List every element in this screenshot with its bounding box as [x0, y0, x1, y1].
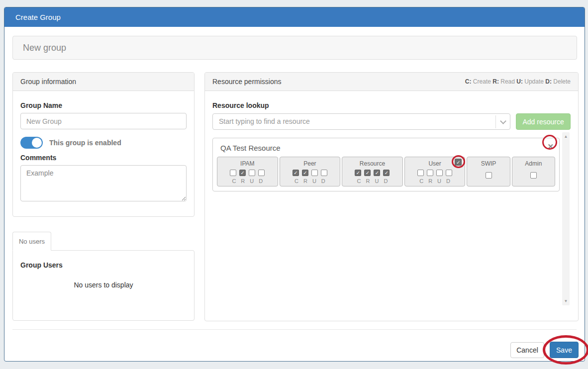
- crud-letter: D: [259, 178, 263, 184]
- checkbox-peer-d[interactable]: [321, 170, 327, 176]
- legend-key: C:: [465, 78, 472, 85]
- group-information-title: Group information: [20, 73, 76, 91]
- no-users-message: No users to display: [20, 281, 187, 289]
- checkbox-row: [512, 172, 555, 179]
- crud-letter: U: [250, 178, 254, 184]
- check-all-icon[interactable]: ✓: [455, 159, 462, 166]
- crud-letter: C: [232, 178, 236, 184]
- crud-letter: U: [375, 178, 379, 184]
- permission-group-ipam: IPAM✓CRUD: [217, 157, 278, 186]
- group-name-input[interactable]: [20, 113, 187, 129]
- crud-letters: CRUD: [217, 178, 278, 184]
- crud-letters: CRUD: [405, 178, 465, 184]
- crud-letters: CRUD: [342, 178, 402, 184]
- crud-letter: C: [294, 178, 298, 184]
- permission-group-swip: SWIP: [467, 157, 510, 186]
- legend-key: D:: [545, 78, 552, 85]
- checkbox-peer-r[interactable]: ✓: [302, 170, 308, 176]
- crud-letter: R: [303, 178, 307, 184]
- legend-key: R:: [492, 78, 499, 85]
- scroll-down-icon[interactable]: ▼: [562, 299, 570, 303]
- checkbox-user-r[interactable]: [427, 170, 433, 176]
- crud-letter: R: [241, 178, 245, 184]
- checkbox-row: ✓✓: [280, 170, 340, 176]
- permission-group-label: Resource: [342, 160, 402, 167]
- checkbox-user-c[interactable]: [417, 170, 424, 176]
- crud-letter: R: [428, 178, 432, 184]
- resource-card: QA Test Resource ✕ IPAM✓CRUDPeer✓✓CRUDRe…: [212, 138, 560, 191]
- crud-letter: R: [366, 178, 370, 184]
- crud-letter: C: [419, 178, 423, 184]
- checkbox-user-d[interactable]: [446, 170, 452, 176]
- crud-letter: D: [321, 178, 325, 184]
- group-users-title: Group Users: [20, 261, 187, 269]
- legend-word: Create: [472, 78, 493, 85]
- group-information-panel: Group information Group Name This group …: [12, 72, 195, 217]
- vertical-scrollbar[interactable]: ▲ ▼: [562, 132, 570, 305]
- permission-group-admin: Admin: [512, 157, 555, 186]
- checkbox-row: ✓: [217, 170, 278, 176]
- toggle-knob: [32, 138, 42, 148]
- group-enabled-label: This group is enabled: [49, 139, 121, 147]
- checkbox-ipam-c[interactable]: [230, 170, 236, 176]
- checkbox-ipam-u[interactable]: [249, 170, 255, 176]
- checkbox-resource-d[interactable]: ✓: [383, 170, 390, 176]
- checkbox-resource-u[interactable]: ✓: [374, 170, 380, 176]
- legend-key: U:: [516, 78, 523, 85]
- crud-letter: D: [384, 178, 388, 184]
- crud-legend: C: Create R: Read U: Update D: Delete: [465, 73, 571, 91]
- save-button[interactable]: Save: [550, 342, 579, 358]
- legend-word: Update: [523, 78, 545, 85]
- resource-permissions-header: Resource permissions C: Create R: Read U…: [205, 73, 578, 91]
- scroll-up-icon[interactable]: ▲: [562, 134, 570, 139]
- resource-name: QA Test Resource: [213, 138, 559, 152]
- chevron-down-icon: [500, 118, 506, 124]
- modal-title: Create Group: [4, 7, 585, 27]
- crud-letter: D: [446, 178, 450, 184]
- permission-group-label: IPAM: [217, 160, 278, 167]
- checkbox-row: ✓✓✓✓: [342, 170, 402, 176]
- checkbox-ipam-d[interactable]: [258, 170, 265, 176]
- group-users-body: Group Users No users to display: [13, 251, 194, 296]
- permission-group-label: Admin: [512, 160, 555, 167]
- checkbox-resource-r[interactable]: ✓: [364, 170, 371, 176]
- footer-divider: [12, 329, 577, 330]
- group-name-label: Group Name: [20, 101, 187, 109]
- resource-permissions-panel: Resource permissions C: Create R: Read U…: [204, 72, 579, 321]
- permission-group-label: SWIP: [467, 160, 509, 167]
- checkbox-ipam-r[interactable]: ✓: [239, 170, 246, 176]
- checkbox-row: [467, 172, 509, 179]
- resource-permissions-body: Resource lookup Start typing to find a r…: [205, 91, 578, 137]
- resource-lookup-input[interactable]: Start typing to find a resource: [212, 113, 510, 130]
- crud-letter: C: [357, 178, 361, 184]
- group-enabled-row: This group is enabled: [20, 137, 187, 149]
- resource-lookup-row: Start typing to find a resource Add reso…: [212, 113, 571, 130]
- create-group-modal: Create Group New group Group information…: [4, 7, 585, 362]
- checkbox-user-u[interactable]: [436, 170, 443, 176]
- tab-no-users[interactable]: No users: [12, 232, 51, 251]
- comments-textarea[interactable]: Example: [20, 165, 187, 201]
- permission-group-resource: Resource✓✓✓✓CRUD: [342, 157, 403, 186]
- cancel-button[interactable]: Cancel: [510, 342, 544, 358]
- resource-lookup-placeholder: Start typing to find a resource: [213, 114, 510, 129]
- lookup-dropdown-button[interactable]: [495, 115, 510, 128]
- checkbox-swip[interactable]: [486, 172, 492, 179]
- resource-lookup-label: Resource lookup: [212, 101, 571, 109]
- add-resource-button[interactable]: Add resource: [516, 113, 571, 130]
- group-title-banner: New group: [12, 36, 577, 60]
- group-users-panel: Group Users No users to display: [12, 250, 195, 321]
- checkbox-peer-u[interactable]: [311, 170, 318, 176]
- group-enabled-toggle[interactable]: [20, 137, 43, 149]
- resource-permissions-title: Resource permissions: [212, 73, 282, 91]
- checkbox-peer-c[interactable]: ✓: [293, 170, 299, 176]
- permission-group-label: Peer: [280, 160, 340, 167]
- crud-letters: CRUD: [280, 178, 340, 184]
- checkbox-admin[interactable]: [530, 172, 537, 179]
- crud-letter: U: [312, 178, 316, 184]
- group-information-body: Group Name This group is enabled Comment…: [13, 91, 194, 211]
- checkbox-row: [405, 170, 465, 176]
- checkbox-resource-c[interactable]: ✓: [355, 170, 361, 176]
- remove-resource-icon[interactable]: ✕: [547, 143, 554, 151]
- resource-list-scroll-area: QA Test Resource ✕ IPAM✓CRUDPeer✓✓CRUDRe…: [212, 132, 571, 305]
- comments-label: Comments: [20, 154, 187, 162]
